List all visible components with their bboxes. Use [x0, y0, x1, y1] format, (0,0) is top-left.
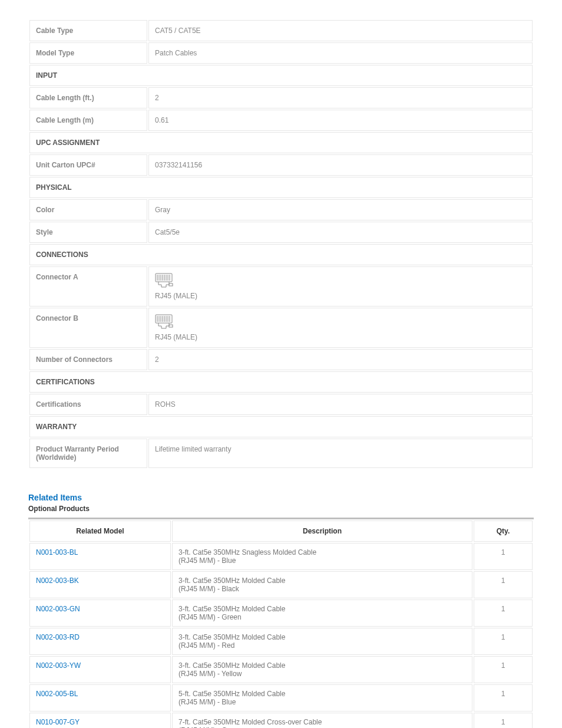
related-model-link[interactable]: N002-003-GN	[36, 605, 80, 613]
related-desc-line2: (RJ45 M/M) - Red	[178, 641, 466, 650]
related-table-head: Related Model Description Qty.	[29, 521, 533, 542]
related-description-cell: 3-ft. Cat5e 350MHz Molded Cable (RJ45 M/…	[172, 599, 472, 627]
spec-section-header: WARRANTY	[29, 416, 533, 437]
spec-section-label: WARRANTY	[29, 416, 533, 437]
related-qty-cell: 1	[474, 656, 533, 683]
related-model-link[interactable]: N002-003-YW	[36, 661, 81, 670]
related-model-cell: N002-003-GN	[29, 599, 171, 627]
related-desc-line1: 3-ft. Cat5e 350MHz Molded Cable	[178, 577, 285, 585]
related-model-link[interactable]: N010-007-GY	[36, 718, 80, 726]
related-description-cell: 3-ft. Cat5e 350MHz Snagless Molded Cable…	[172, 543, 472, 570]
svg-rect-19	[169, 325, 173, 327]
related-qty-cell: 1	[474, 571, 533, 598]
spec-label: Style	[29, 222, 147, 243]
spec-label: Connector B	[29, 308, 147, 348]
related-model-link[interactable]: N002-003-BK	[36, 577, 79, 585]
related-desc-line2: (RJ45 M/M) - Green	[178, 613, 466, 621]
related-model-link[interactable]: N002-003-RD	[36, 633, 80, 641]
related-row: N010-007-GY 7-ft. Cat5e 350MHz Molded Cr…	[29, 713, 533, 728]
col-header-description: Description	[172, 521, 472, 542]
spec-label: Unit Carton UPC#	[29, 154, 147, 176]
related-qty-cell: 1	[474, 543, 533, 570]
spec-value: ROHS	[148, 394, 533, 415]
spec-value-connector: RJ45 (MALE)	[148, 308, 533, 348]
related-row: N002-003-BK 3-ft. Cat5e 350MHz Molded Ca…	[29, 571, 533, 598]
related-desc-line2: (RJ45 M/M) - Yellow	[178, 670, 466, 678]
related-desc-line1: 7-ft. Cat5e 350MHz Molded Cross-over Cab…	[178, 718, 322, 726]
spec-value: 2	[148, 349, 533, 370]
related-desc-line2: (RJ45 M/M) - Blue	[178, 698, 466, 706]
col-header-model: Related Model	[29, 521, 171, 542]
related-model-link[interactable]: N001-003-BL	[36, 548, 78, 556]
spec-label: Cable Type	[29, 20, 147, 41]
spec-value: 037332141156	[148, 154, 533, 176]
spec-label: Cable Length (ft.)	[29, 87, 147, 108]
related-desc-line1: 3-ft. Cat5e 350MHz Molded Cable	[178, 605, 285, 613]
spec-section-label: CERTIFICATIONS	[29, 371, 533, 393]
spec-value: Lifetime limited warranty	[148, 439, 533, 468]
spec-table: Cable Type CAT5 / CAT5E Model Type Patch…	[28, 19, 534, 469]
spec-row: Style Cat5/5e	[29, 222, 533, 243]
page-root: Cable Type CAT5 / CAT5E Model Type Patch…	[0, 0, 562, 728]
related-items-table: Related Model Description Qty. N001-003-…	[28, 518, 534, 728]
related-row: N002-003-YW 3-ft. Cat5e 350MHz Molded Ca…	[29, 656, 533, 683]
spec-table-body: Cable Type CAT5 / CAT5E Model Type Patch…	[29, 20, 533, 468]
related-qty-cell: 1	[474, 684, 533, 711]
col-header-qty: Qty.	[474, 521, 533, 542]
spec-value: 2	[148, 87, 533, 108]
related-model-cell: N002-003-RD	[29, 628, 171, 655]
connector-value-text: RJ45 (MALE)	[155, 292, 197, 300]
spec-value: Cat5/5e	[148, 222, 533, 243]
spec-section-header: CONNECTIONS	[29, 244, 533, 265]
spec-row: Cable Type CAT5 / CAT5E	[29, 20, 533, 41]
related-model-cell: N010-007-GY	[29, 713, 171, 728]
related-description-cell: 7-ft. Cat5e 350MHz Molded Cross-over Cab…	[172, 713, 472, 728]
related-qty-cell: 1	[474, 628, 533, 655]
spec-section-label: INPUT	[29, 65, 533, 86]
related-qty-cell: 1	[474, 713, 533, 728]
spec-value: Gray	[148, 199, 533, 220]
spec-value: CAT5 / CAT5E	[148, 20, 533, 41]
spec-row: Product Warranty Period (Worldwide) Life…	[29, 439, 533, 468]
related-desc-line1: 3-ft. Cat5e 350MHz Molded Cable	[178, 661, 285, 670]
related-row: N001-003-BL 3-ft. Cat5e 350MHz Snagless …	[29, 543, 533, 570]
related-model-cell: N002-005-BL	[29, 684, 171, 711]
spec-row-connector: Connector B RJ45 (MALE)	[29, 308, 533, 348]
rj45-connector-icon	[155, 314, 175, 332]
related-desc-line1: 3-ft. Cat5e 350MHz Molded Cable	[178, 633, 285, 641]
related-row: N002-003-GN 3-ft. Cat5e 350MHz Molded Ca…	[29, 599, 533, 627]
related-desc-line2: (RJ45 M/M) - Blue	[178, 556, 466, 565]
spec-section-label: CONNECTIONS	[29, 244, 533, 265]
related-description-cell: 3-ft. Cat5e 350MHz Molded Cable (RJ45 M/…	[172, 656, 472, 683]
spec-section-header: INPUT	[29, 65, 533, 86]
related-description-cell: 5-ft. Cat5e 350MHz Molded Cable (RJ45 M/…	[172, 684, 472, 711]
spec-label: Cable Length (m)	[29, 110, 147, 131]
spec-row: Cable Length (m) 0.61	[29, 110, 533, 131]
spec-row: Model Type Patch Cables	[29, 42, 533, 64]
related-model-link[interactable]: N002-005-BL	[36, 690, 78, 698]
spec-section-label: UPC ASSIGNMENT	[29, 132, 533, 153]
spec-row: Cable Length (ft.) 2	[29, 87, 533, 108]
svg-rect-9	[169, 284, 173, 286]
spec-label: Number of Connectors	[29, 349, 147, 370]
spec-value: Patch Cables	[148, 42, 533, 64]
rj45-connector-icon	[155, 273, 175, 291]
related-model-cell: N001-003-BL	[29, 543, 171, 570]
related-qty-cell: 1	[474, 599, 533, 627]
related-items-heading: Related Items	[28, 493, 534, 502]
spec-row: Unit Carton UPC# 037332141156	[29, 154, 533, 176]
spec-section-header: PHYSICAL	[29, 177, 533, 198]
related-desc-line1: 3-ft. Cat5e 350MHz Snagless Molded Cable	[178, 548, 316, 556]
spec-section-header: CERTIFICATIONS	[29, 371, 533, 393]
related-desc-line1: 5-ft. Cat5e 350MHz Molded Cable	[178, 690, 285, 698]
related-model-cell: N002-003-YW	[29, 656, 171, 683]
related-description-cell: 3-ft. Cat5e 350MHz Molded Cable (RJ45 M/…	[172, 628, 472, 655]
related-desc-line2: (RJ45 M/M) - Black	[178, 585, 466, 593]
spec-label: Color	[29, 199, 147, 220]
spec-label: Model Type	[29, 42, 147, 64]
spec-row: Number of Connectors 2	[29, 349, 533, 370]
spec-section-header: UPC ASSIGNMENT	[29, 132, 533, 153]
spec-label: Connector A	[29, 266, 147, 307]
spec-label: Product Warranty Period (Worldwide)	[29, 439, 147, 468]
optional-products-heading: Optional Products	[28, 505, 534, 513]
